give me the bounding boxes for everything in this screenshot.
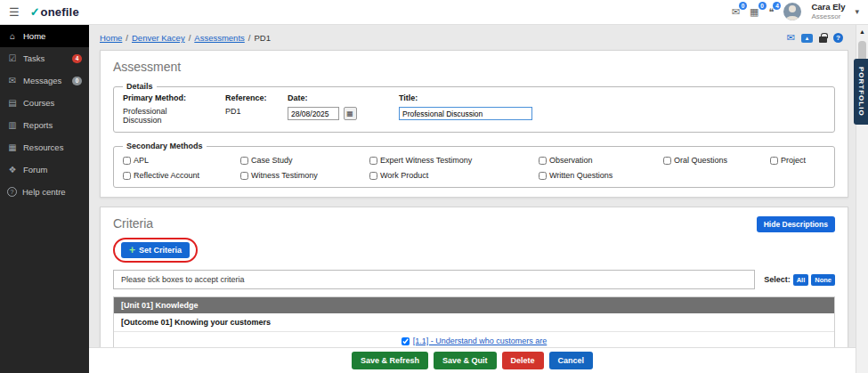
sidebar-item-tasks[interactable]: ☑ Tasks 4	[0, 47, 89, 69]
plus-icon: +	[129, 247, 135, 254]
breadcrumb-link-home[interactable]: Home	[100, 33, 122, 43]
checkbox-witness-testimony[interactable]: Witness Testimony	[240, 171, 369, 180]
delete-button[interactable]: Delete	[502, 352, 544, 369]
menu-icon[interactable]: ☰	[9, 5, 20, 19]
sidebar-item-messages[interactable]: ✉ Messages 0	[0, 69, 89, 92]
sidebar-item-label: Courses	[23, 98, 54, 108]
topbar-right: ✉ 0 ▦ 0 ❝ 4 Cara Ely Assessor ▾	[732, 3, 859, 20]
observation-checkbox[interactable]	[539, 157, 547, 165]
case-study-checkbox[interactable]	[240, 157, 248, 165]
set-criteria-button[interactable]: + Set Criteria	[121, 242, 190, 258]
resources-icon: ▦	[7, 142, 18, 152]
criteria-table: [Unit 01] Knowledge [Outcome 01] Knowing…	[113, 296, 835, 350]
cancel-button[interactable]: Cancel	[549, 352, 594, 369]
scroll-up-icon[interactable]: ▲	[856, 25, 868, 35]
tasks-badge: 4	[72, 54, 82, 63]
reference-value: PD1	[225, 107, 270, 116]
title-label: Title:	[399, 93, 532, 102]
lock-icon[interactable]	[819, 36, 827, 43]
date-field: Date: ▦	[288, 93, 381, 125]
breadcrumb-separator: /	[248, 33, 251, 43]
select-all-button[interactable]: All	[793, 274, 809, 286]
sidebar-item-resources[interactable]: ▦ Resources	[0, 136, 89, 158]
sidebar-item-label: Forum	[23, 165, 47, 174]
sidebar-item-label: Resources	[23, 142, 63, 152]
witness-testimony-checkbox[interactable]	[240, 172, 248, 180]
unit-header-row: [Unit 01] Knowledge	[114, 297, 834, 313]
calendar-icon[interactable]: ▦ 0	[750, 6, 758, 18]
sidebar-item-forum[interactable]: ❖ Forum	[0, 158, 89, 181]
tasks-icon: ☑	[7, 53, 18, 63]
messages-badge: 0	[72, 77, 82, 85]
sidebar-item-label: Messages	[23, 76, 61, 85]
checkbox-written-questions[interactable]: Written Questions	[539, 171, 663, 180]
topbar: ☰ ✓ onefile ✉ 0 ▦ 0 ❝ 4 Cara Ely Assesso…	[0, 0, 868, 25]
save-refresh-button[interactable]: Save & Refresh	[352, 352, 428, 369]
criterion-link[interactable]: [1.1] - Understand who customers are	[413, 337, 548, 345]
email-icon[interactable]: ✉	[787, 32, 795, 44]
sidebar-item-reports[interactable]: ▥ Reports	[0, 114, 89, 136]
work-product-checkbox[interactable]	[369, 172, 377, 180]
checkbox-reflective-account[interactable]: Reflective Account	[123, 171, 240, 180]
checkbox-expert-witness-testimony[interactable]: Expert Witness Testimony	[369, 156, 539, 165]
project-checkbox[interactable]	[770, 157, 778, 165]
primary-method-field: Primary Method: Professional Discussion	[123, 93, 207, 125]
sidebar-item-courses[interactable]: ▤ Courses	[0, 92, 89, 114]
checkbox-oral-questions[interactable]: Oral Questions	[663, 156, 770, 165]
checkbox-work-product[interactable]: Work Product	[369, 171, 539, 180]
breadcrumb-link-learner[interactable]: Denver Kacey	[132, 33, 185, 43]
help-icon: ?	[7, 187, 17, 197]
date-input[interactable]	[288, 107, 339, 120]
expert-witness-testimony-checkbox[interactable]	[369, 157, 377, 165]
forum-icon: ❖	[7, 165, 18, 174]
page-action-icons: ✉ ▴ ?	[787, 32, 848, 44]
sidebar-item-help-centre[interactable]: ? Help centre	[0, 181, 89, 203]
breadcrumb-separator: /	[189, 33, 191, 43]
logo-check-icon: ✓	[30, 5, 40, 19]
primary-method-value: Professional Discussion	[123, 107, 207, 125]
title-field: Title:	[399, 93, 532, 125]
date-label: Date:	[288, 93, 381, 102]
main-content: Home / Denver Kacey / Assessments / PD1 …	[89, 25, 856, 373]
user-role: Assessor	[811, 12, 845, 20]
criteria-instruction: Please tick boxes to accept criteria	[113, 270, 755, 289]
checkbox-case-study[interactable]: Case Study	[240, 156, 369, 165]
select-label: Select:	[764, 275, 791, 284]
checkbox-observation[interactable]: Observation	[539, 156, 663, 165]
sidebar-item-home[interactable]: ⌂ Home	[0, 25, 89, 47]
onefile-logo: ✓ onefile	[30, 5, 79, 19]
user-name: Cara Ely	[811, 3, 845, 12]
checkbox-apl[interactable]: APL	[123, 156, 240, 165]
secondary-methods-fieldset: Secondary Methods APL Case Study Expert …	[113, 142, 835, 188]
reflective-account-checkbox[interactable]	[123, 172, 131, 180]
checkbox-project[interactable]: Project	[770, 156, 825, 165]
title-input[interactable]	[399, 107, 532, 120]
breadcrumb-separator: /	[126, 33, 128, 43]
logo-text: onefile	[41, 5, 79, 19]
help-circle-icon[interactable]: ?	[833, 33, 843, 43]
home-icon: ⌂	[7, 31, 18, 41]
oral-questions-checkbox[interactable]	[663, 157, 671, 165]
primary-method-label: Primary Method:	[123, 93, 207, 102]
details-legend: Details	[123, 82, 157, 91]
action-footer: Save & Refresh Save & Quit Delete Cancel	[89, 347, 856, 373]
select-none-button[interactable]: None	[811, 274, 835, 286]
hide-descriptions-button[interactable]: Hide Descriptions	[757, 216, 835, 232]
apl-checkbox[interactable]	[123, 157, 131, 165]
calendar-picker-icon[interactable]: ▦	[344, 107, 357, 120]
criterion-checkbox[interactable]	[402, 337, 410, 345]
avatar[interactable]	[783, 3, 801, 20]
chat-icon[interactable]: ❝ 4	[769, 6, 775, 18]
sidebar-item-label: Tasks	[23, 53, 45, 63]
breadcrumb-current: PD1	[254, 33, 270, 43]
portfolio-tab[interactable]: PORTFOLIO	[854, 59, 868, 125]
breadcrumb-link-assessments[interactable]: Assessments	[194, 33, 245, 43]
sidebar-item-label: Home	[23, 31, 45, 41]
gallery-icon[interactable]: ▴	[801, 34, 813, 43]
calendar-glyph: ▦	[750, 6, 758, 17]
select-group: Select: All None	[764, 274, 835, 286]
mail-icon[interactable]: ✉ 0	[732, 6, 740, 18]
save-quit-button[interactable]: Save & Quit	[434, 352, 497, 369]
written-questions-checkbox[interactable]	[539, 172, 547, 180]
chevron-down-icon[interactable]: ▾	[855, 7, 859, 16]
